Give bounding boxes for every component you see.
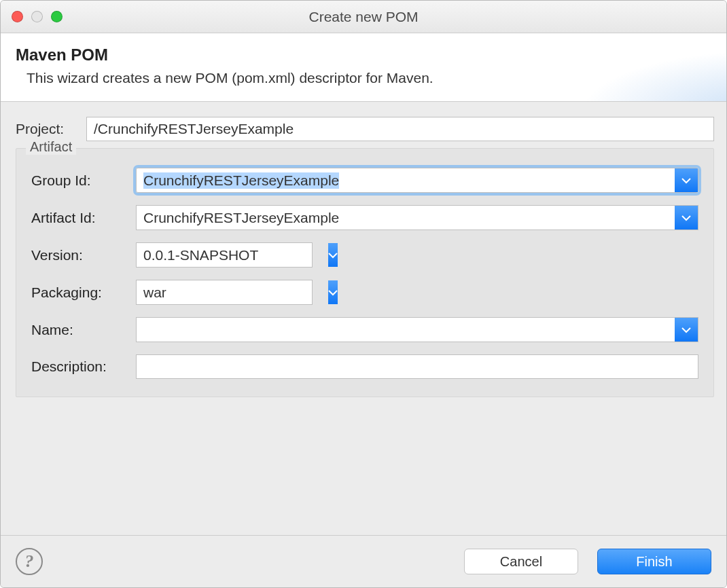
packaging-combo[interactable] <box>136 280 313 305</box>
close-icon[interactable] <box>12 11 23 22</box>
description-label: Description: <box>31 359 136 375</box>
name-input[interactable] <box>137 318 675 342</box>
artifact-id-combo[interactable] <box>136 205 698 230</box>
cancel-button[interactable]: Cancel <box>464 549 578 574</box>
group-id-combo[interactable] <box>136 168 698 193</box>
version-label: Version: <box>31 247 136 263</box>
version-row: Version: <box>31 242 698 268</box>
titlebar: Create new POM <box>1 1 726 33</box>
group-id-label: Group Id: <box>31 172 136 189</box>
artifact-id-label: Artifact Id: <box>31 210 136 226</box>
group-id-row: Group Id: <box>31 168 698 193</box>
project-row: Project: <box>16 117 714 141</box>
wizard-title: Maven POM <box>16 45 711 65</box>
window-controls <box>1 11 63 22</box>
version-combo[interactable] <box>136 242 313 268</box>
chevron-down-icon[interactable] <box>328 243 338 267</box>
chevron-down-icon[interactable] <box>328 280 338 304</box>
window-title: Create new POM <box>1 9 726 25</box>
artifact-id-input[interactable] <box>137 206 675 229</box>
name-label: Name: <box>31 322 136 338</box>
footer-buttons: Cancel Finish <box>464 549 711 574</box>
artifact-legend: Artifact <box>26 139 76 155</box>
description-input[interactable] <box>136 354 698 379</box>
name-row: Name: <box>31 317 698 342</box>
name-combo[interactable] <box>136 317 698 342</box>
maximize-icon[interactable] <box>51 11 63 22</box>
packaging-input[interactable] <box>137 280 328 304</box>
packaging-label: Packaging: <box>31 284 136 301</box>
wizard-body: Project: Artifact Group Id: Artifact Id: <box>1 102 726 535</box>
minimize-icon <box>31 11 43 22</box>
artifact-fieldset: Artifact Group Id: Artifact Id: <box>16 148 714 397</box>
packaging-row: Packaging: <box>31 280 698 305</box>
finish-button[interactable]: Finish <box>597 549 711 574</box>
group-id-input[interactable] <box>137 168 675 192</box>
chevron-down-icon[interactable] <box>675 168 698 192</box>
project-label: Project: <box>16 121 86 137</box>
version-input[interactable] <box>137 243 328 267</box>
chevron-down-icon[interactable] <box>675 206 698 229</box>
dialog-window: Create new POM Maven POM This wizard cre… <box>0 0 727 588</box>
help-icon[interactable]: ? <box>16 548 43 575</box>
description-row: Description: <box>31 354 698 379</box>
artifact-id-row: Artifact Id: <box>31 205 698 230</box>
chevron-down-icon[interactable] <box>675 318 698 342</box>
wizard-description: This wizard creates a new POM (pom.xml) … <box>16 70 711 86</box>
wizard-header: Maven POM This wizard creates a new POM … <box>1 33 726 102</box>
wizard-footer: ? Cancel Finish <box>1 535 726 587</box>
project-input[interactable] <box>86 117 714 141</box>
